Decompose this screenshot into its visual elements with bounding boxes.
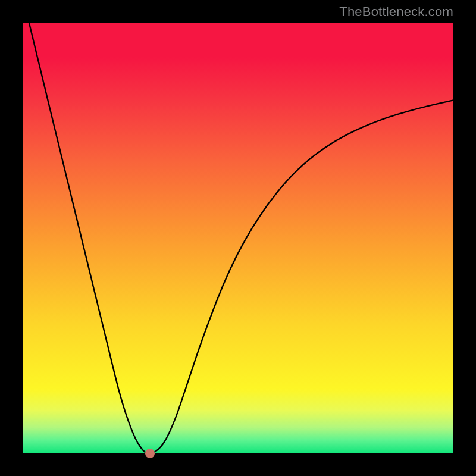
- watermark-text: TheBottleneck.com: [339, 4, 453, 20]
- plot-area: [23, 23, 453, 453]
- curve-path: [29, 23, 453, 453]
- bottleneck-curve: [23, 23, 453, 453]
- optimal-point-marker: [145, 449, 155, 458]
- chart-frame: TheBottleneck.com: [0, 0, 476, 476]
